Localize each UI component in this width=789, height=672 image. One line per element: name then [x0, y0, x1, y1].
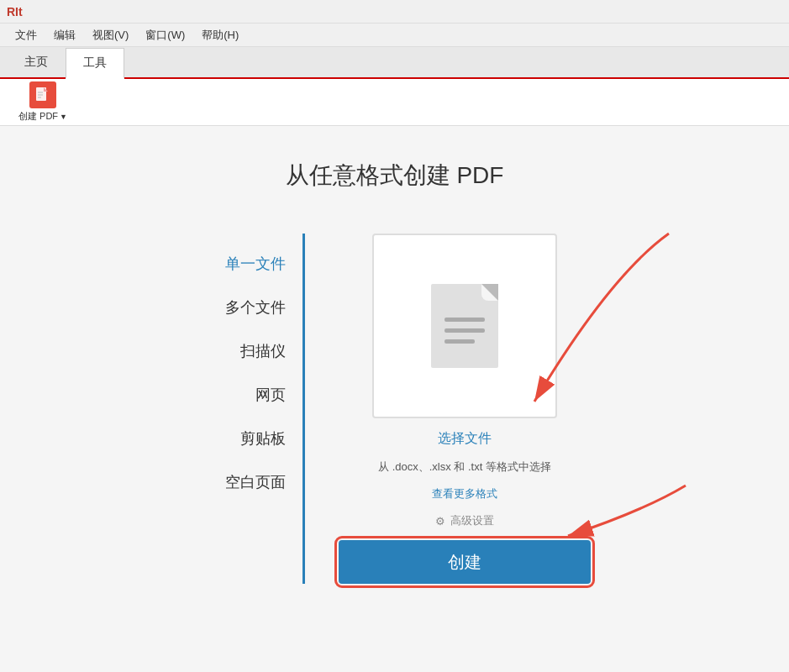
more-formats-link[interactable]: 查看更多格式 [432, 486, 497, 501]
file-line-2 [444, 328, 485, 333]
nav-clipboard[interactable]: 剪贴板 [198, 417, 299, 460]
tab-home[interactable]: 主页 [7, 47, 66, 77]
file-lines [444, 318, 485, 344]
page-title: 从任意格式创建 PDF [286, 160, 504, 192]
create-button[interactable]: 创建 [339, 540, 591, 584]
menu-help[interactable]: 帮助(H) [193, 24, 247, 46]
menu-view[interactable]: 视图(V) [84, 24, 137, 46]
tab-bar: 主页 工具 [0, 47, 789, 79]
advanced-settings-label: 高级设置 [450, 513, 494, 528]
file-document-icon [431, 284, 498, 368]
nav-section: 单一文件 多个文件 扫描仪 网页 剪贴板 空白页面 [198, 234, 305, 584]
menu-bar: 文件 编辑 视图(V) 窗口(W) 帮助(H) [0, 24, 789, 47]
file-line-1 [444, 318, 485, 322]
file-desc: 从 .docx、.xlsx 和 .txt 等格式中选择 [378, 459, 551, 475]
nav-single-file[interactable]: 单一文件 [198, 242, 299, 286]
toolbar: 创建 PDF ▼ [0, 79, 789, 126]
nav-scanner[interactable]: 扫描仪 [198, 329, 299, 373]
create-pdf-label: 创建 PDF ▼ [18, 110, 67, 123]
content-wrapper: 单一文件 多个文件 扫描仪 网页 剪贴板 空白页面 [198, 234, 591, 584]
menu-window[interactable]: 窗口(W) [137, 24, 193, 46]
title-bar: RIt [0, 0, 789, 24]
create-pdf-icon [29, 81, 56, 108]
app-brand: RIt [7, 5, 23, 18]
gear-icon: ⚙ [435, 515, 445, 528]
right-panel: 选择文件 从 .docx、.xlsx 和 .txt 等格式中选择 查看更多格式 … [305, 234, 591, 584]
select-file-link[interactable]: 选择文件 [438, 430, 492, 448]
nav-webpage[interactable]: 网页 [198, 373, 299, 417]
advanced-settings[interactable]: ⚙ 高级设置 [435, 513, 494, 528]
nav-blank-page[interactable]: 空白页面 [198, 460, 299, 504]
left-nav: 单一文件 多个文件 扫描仪 网页 剪贴板 空白页面 [198, 234, 299, 584]
create-pdf-toolbar-btn[interactable]: 创建 PDF ▼ [10, 78, 76, 126]
nav-multiple-files[interactable]: 多个文件 [198, 286, 299, 329]
file-drop-area[interactable] [372, 234, 557, 418]
menu-edit[interactable]: 编辑 [45, 24, 84, 46]
menu-file[interactable]: 文件 [7, 24, 45, 46]
file-line-3 [444, 339, 475, 344]
tab-tools[interactable]: 工具 [66, 48, 124, 79]
main-content: 从任意格式创建 PDF 单一文件 多个文件 扫描仪 网页 剪贴板 空白页面 [0, 126, 789, 672]
